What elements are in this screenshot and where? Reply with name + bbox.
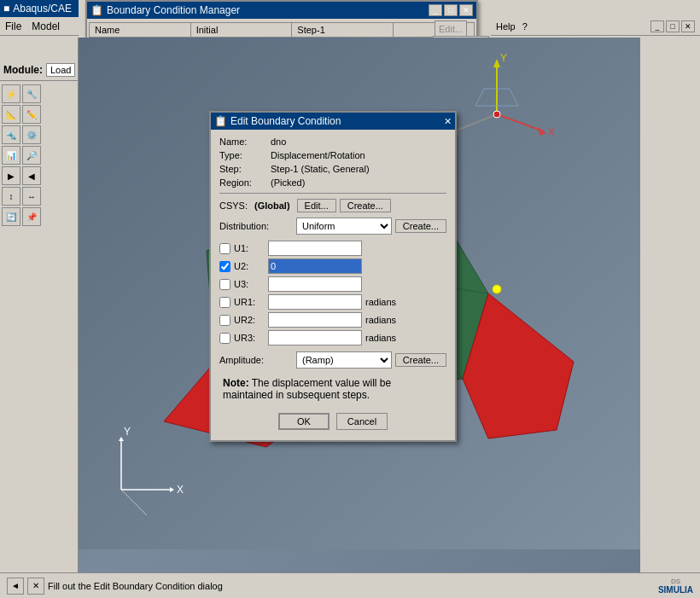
tool-4[interactable]: ✏️ bbox=[22, 105, 41, 124]
csys-create-btn[interactable]: Create... bbox=[340, 199, 391, 212]
edit-bc-dialog: 📋 Edit Boundary Condition ✕ Name: dno Ty… bbox=[209, 111, 457, 442]
ok-btn[interactable]: OK bbox=[278, 413, 330, 430]
app-title: Abaqus/CAE bbox=[13, 3, 72, 15]
app-icon: ■ bbox=[3, 3, 9, 15]
distribution-select[interactable]: Uniform bbox=[296, 218, 392, 235]
tool-7[interactable]: 📊 bbox=[2, 146, 20, 165]
edit-btn[interactable]: Edit... bbox=[435, 20, 467, 38]
step-label: Step: bbox=[219, 164, 271, 174]
svg-point-18 bbox=[493, 111, 500, 118]
ur1-label: UR1: bbox=[234, 297, 268, 307]
bcm-maximize-btn[interactable]: □ bbox=[444, 4, 458, 16]
ur1-unit: radians bbox=[365, 297, 396, 307]
help-minimize[interactable]: _ bbox=[650, 20, 664, 32]
status-bar: ◄ ✕ Fill out the Edit Boundary Condition… bbox=[0, 572, 700, 598]
distribution-label: Distribution: bbox=[219, 221, 296, 231]
u2-row: U2: bbox=[219, 258, 446, 274]
dialog-close-btn[interactable]: ✕ bbox=[444, 116, 452, 127]
u1-input[interactable] bbox=[268, 241, 362, 256]
simulia-text: SIMULIA bbox=[658, 585, 693, 595]
menu-model[interactable]: Model bbox=[26, 19, 65, 34]
ur3-input[interactable] bbox=[268, 330, 362, 345]
dialog-buttons: OK Cancel bbox=[219, 409, 446, 433]
ur1-input[interactable] bbox=[268, 294, 362, 310]
tool-14[interactable]: 📌 bbox=[22, 207, 41, 226]
module-label: Module: bbox=[3, 64, 43, 76]
ur2-checkbox[interactable] bbox=[219, 315, 230, 326]
type-row: Type: Displacement/Rotation bbox=[219, 150, 446, 160]
step-row: Step: Step-1 (Static, General) bbox=[219, 164, 446, 174]
help-close[interactable]: ✕ bbox=[681, 20, 695, 32]
svg-text:X: X bbox=[177, 484, 184, 496]
amplitude-row: Amplitude: (Ramp) Create... bbox=[219, 351, 446, 369]
name-value: dno bbox=[271, 136, 286, 147]
ur1-checkbox[interactable] bbox=[219, 297, 230, 308]
u3-label: U3: bbox=[234, 279, 268, 289]
svg-text:Y: Y bbox=[124, 426, 131, 438]
u3-checkbox[interactable] bbox=[219, 279, 230, 290]
module-bar: Module: Load bbox=[0, 60, 78, 81]
bcm-minimize-btn[interactable]: _ bbox=[429, 4, 442, 16]
u3-row: U3: bbox=[219, 276, 446, 292]
left-panel: Module: Load ⚡ 🔧 📐 ✏️ 🔩 ⚙️ 📊 🔎 ▶ ◀ bbox=[0, 38, 79, 572]
u1-checkbox[interactable] bbox=[219, 243, 230, 254]
svg-point-8 bbox=[493, 285, 501, 293]
tool-13[interactable]: 🔄 bbox=[2, 207, 20, 226]
u2-checkbox[interactable] bbox=[219, 261, 230, 272]
name-label: Name: bbox=[219, 136, 271, 147]
status-text: Fill out the Edit Boundary Condition dia… bbox=[48, 581, 223, 591]
status-nav-btn[interactable]: ◄ bbox=[7, 578, 24, 595]
cancel-btn[interactable]: Cancel bbox=[336, 413, 388, 430]
svg-text:X: X bbox=[548, 126, 555, 138]
type-label: Type: bbox=[219, 150, 271, 160]
bcm-col-name: Name bbox=[90, 23, 191, 38]
menu-file[interactable]: File bbox=[0, 19, 26, 34]
help-question[interactable]: ? bbox=[522, 21, 528, 32]
u1-row: U1: bbox=[219, 241, 446, 256]
tool-9[interactable]: ▶ bbox=[2, 166, 20, 185]
tool-5[interactable]: 🔩 bbox=[2, 125, 20, 144]
tool-12[interactable]: ↔ bbox=[22, 187, 41, 206]
region-label: Region: bbox=[219, 177, 271, 188]
tool-10[interactable]: ◀ bbox=[22, 166, 41, 185]
status-close-btn[interactable]: ✕ bbox=[27, 578, 44, 595]
ur3-unit: radians bbox=[365, 333, 396, 343]
dialog-title-text: Edit Boundary Condition bbox=[230, 115, 341, 127]
dialog-title-bar: 📋 Edit Boundary Condition ✕ bbox=[211, 113, 455, 130]
u3-input[interactable] bbox=[268, 276, 362, 292]
help-restore[interactable]: □ bbox=[666, 20, 680, 32]
distribution-row: Distribution: Uniform Create... bbox=[219, 218, 446, 235]
distribution-create-btn[interactable]: Create... bbox=[395, 219, 446, 233]
csys-edit-btn[interactable]: Edit... bbox=[297, 199, 336, 212]
tool-1[interactable]: ⚡ bbox=[2, 84, 20, 103]
bcm-close-btn[interactable]: ✕ bbox=[459, 4, 473, 16]
help-bar: Help ? _ □ ✕ bbox=[491, 17, 700, 36]
region-row: Region: (Picked) bbox=[219, 177, 446, 188]
menu-bar: File Model bbox=[0, 17, 79, 36]
u2-input[interactable] bbox=[268, 258, 362, 274]
amplitude-select[interactable]: (Ramp) bbox=[296, 351, 392, 369]
tool-11[interactable]: ↕ bbox=[2, 187, 20, 206]
amplitude-create-btn[interactable]: Create... bbox=[395, 353, 446, 367]
csys-row: CSYS: (Global) Edit... Create... bbox=[219, 199, 446, 212]
ur2-input[interactable] bbox=[268, 312, 362, 328]
bcm-col-step1: Step-1 bbox=[292, 23, 394, 38]
ur2-row: UR2: radians bbox=[219, 312, 446, 328]
simulia-logo: DS SIMULIA bbox=[658, 578, 693, 595]
tool-2[interactable]: 🔧 bbox=[22, 84, 41, 103]
ur1-row: UR1: radians bbox=[219, 294, 446, 310]
ur3-row: UR3: radians bbox=[219, 330, 446, 345]
dialog-icon: 📋 bbox=[214, 115, 227, 127]
ur3-checkbox[interactable] bbox=[219, 333, 230, 344]
help-label[interactable]: Help bbox=[496, 21, 516, 32]
step-value: Step-1 (Static, General) bbox=[271, 164, 370, 174]
tool-3[interactable]: 📐 bbox=[2, 105, 20, 124]
csys-value: (Global) bbox=[254, 200, 290, 211]
ur2-label: UR2: bbox=[234, 315, 268, 325]
u2-label: U2: bbox=[234, 261, 268, 271]
ur3-label: UR3: bbox=[234, 333, 268, 343]
module-value[interactable]: Load bbox=[46, 63, 75, 77]
tool-8[interactable]: 🔎 bbox=[22, 146, 41, 165]
tool-6[interactable]: ⚙️ bbox=[22, 125, 41, 144]
bcm-col-initial: Initial bbox=[190, 23, 292, 38]
